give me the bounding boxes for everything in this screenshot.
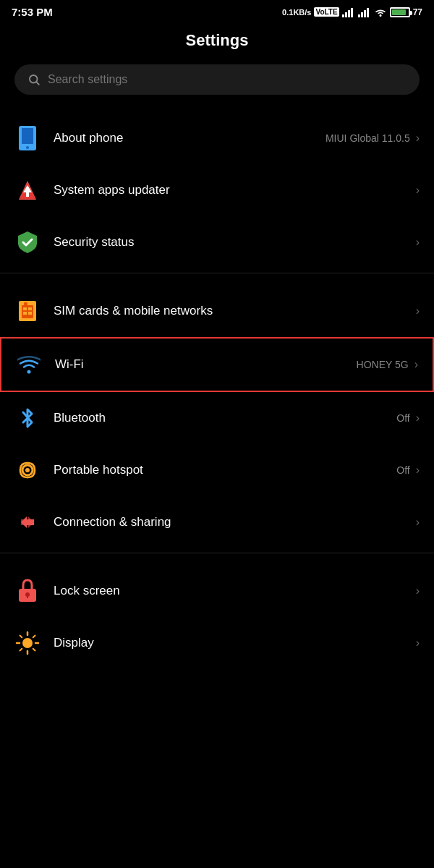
system-apps-chevron: ›: [416, 184, 420, 197]
svg-rect-20: [24, 302, 27, 305]
svg-rect-23: [23, 312, 27, 315]
svg-rect-4: [358, 14, 360, 17]
settings-item-connection-sharing[interactable]: Connection & sharing ›: [0, 496, 434, 548]
hotspot-value: Off: [396, 464, 409, 476]
svg-rect-3: [351, 8, 353, 17]
svg-rect-12: [22, 128, 33, 144]
bluetooth-label: Bluetooth: [54, 411, 396, 425]
svg-marker-29: [21, 516, 34, 528]
lock-screen-chevron: ›: [416, 584, 420, 597]
svg-line-38: [20, 636, 22, 638]
svg-point-8: [379, 14, 381, 17]
display-label: Display: [54, 636, 410, 650]
display-chevron: ›: [416, 637, 420, 650]
bluetooth-icon: [14, 405, 41, 431]
hotspot-chevron: ›: [416, 464, 420, 477]
svg-point-13: [26, 146, 29, 149]
svg-rect-7: [367, 8, 369, 17]
divider-2: [0, 553, 434, 553]
svg-line-39: [33, 649, 35, 651]
phone-icon: [14, 125, 41, 151]
svg-rect-1: [345, 12, 347, 17]
svg-rect-17: [26, 192, 29, 197]
connection-icon: [14, 509, 41, 535]
lock-screen-label: Lock screen: [54, 584, 410, 598]
status-bar: 7:53 PM 0.1KB/s VoLTE 77: [0, 0, 434, 21]
signal-icon-2: [358, 7, 371, 17]
settings-item-system-apps-updater[interactable]: System apps updater ›: [0, 164, 434, 216]
lock-icon: [14, 578, 41, 604]
wifi-chevron: ›: [414, 358, 418, 371]
wifi-status-icon: [374, 7, 387, 17]
svg-line-10: [36, 82, 38, 84]
display-icon: [14, 630, 41, 656]
svg-rect-32: [27, 595, 28, 598]
section-personalization: Lock screen › Display ›: [0, 565, 434, 669]
about-phone-chevron: ›: [416, 132, 420, 145]
battery-percentage: 77: [413, 7, 422, 17]
search-input[interactable]: [48, 73, 407, 86]
svg-rect-21: [23, 307, 27, 310]
svg-line-41: [20, 649, 22, 651]
settings-item-sim[interactable]: SIM cards & mobile networks ›: [0, 285, 434, 337]
settings-item-hotspot[interactable]: Portable hotspot Off ›: [0, 444, 434, 496]
system-apps-label: System apps updater: [54, 183, 410, 197]
security-status-chevron: ›: [416, 236, 420, 249]
hotspot-label: Portable hotspot: [54, 463, 396, 477]
page-title: Settings: [0, 21, 434, 64]
svg-rect-0: [342, 14, 344, 17]
network-speed: 0.1KB/s: [282, 8, 311, 17]
security-status-label: Security status: [54, 235, 410, 250]
search-icon: [27, 73, 41, 86]
settings-item-wifi[interactable]: Wi-Fi HONEY 5G ›: [0, 337, 434, 392]
wifi-value: HONEY 5G: [357, 359, 409, 370]
status-time: 7:53 PM: [12, 6, 53, 18]
settings-item-bluetooth[interactable]: Bluetooth Off ›: [0, 392, 434, 444]
about-phone-value: MIUI Global 11.0.5: [326, 132, 410, 144]
bluetooth-chevron: ›: [416, 412, 420, 425]
sim-icon: [14, 298, 41, 324]
connection-sharing-label: Connection & sharing: [54, 515, 410, 529]
settings-item-security-status[interactable]: Security status ›: [0, 216, 434, 268]
svg-point-33: [22, 638, 33, 648]
settings-item-about-phone[interactable]: About phone MIUI Global 11.0.5 ›: [0, 112, 434, 164]
section-device: About phone MIUI Global 11.0.5 › System …: [0, 112, 434, 268]
spacer-1: [0, 278, 434, 285]
search-bar[interactable]: [14, 64, 420, 95]
battery-icon: [390, 7, 410, 17]
svg-line-40: [33, 636, 35, 638]
sim-label: SIM cards & mobile networks: [54, 304, 410, 318]
bluetooth-value: Off: [396, 412, 409, 424]
sim-chevron: ›: [416, 305, 420, 318]
svg-point-27: [25, 468, 30, 472]
settings-item-lock-screen[interactable]: Lock screen ›: [0, 565, 434, 617]
updater-icon: [14, 177, 41, 203]
svg-rect-24: [28, 312, 32, 315]
divider-1: [0, 273, 434, 273]
volte-icon: VoLTE: [314, 7, 339, 17]
wifi-label: Wi-Fi: [55, 357, 357, 372]
signal-icon-1: [342, 7, 355, 17]
status-icons: 0.1KB/s VoLTE 77: [282, 7, 422, 17]
hotspot-icon: [14, 457, 41, 483]
section-connectivity: SIM cards & mobile networks › Wi-Fi HONE…: [0, 285, 434, 548]
wifi-icon: [16, 352, 42, 378]
spacer-2: [0, 558, 434, 565]
connection-sharing-chevron: ›: [416, 516, 420, 529]
svg-rect-22: [28, 307, 32, 310]
svg-rect-2: [348, 10, 350, 17]
about-phone-label: About phone: [54, 131, 326, 145]
settings-item-display[interactable]: Display ›: [0, 617, 434, 669]
svg-rect-5: [361, 12, 363, 17]
shield-icon: [14, 229, 41, 255]
svg-point-25: [27, 370, 31, 374]
svg-rect-6: [364, 10, 366, 17]
